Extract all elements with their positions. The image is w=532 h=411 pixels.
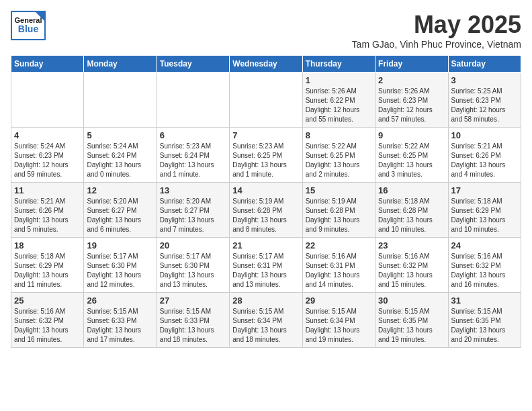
day-info: Sunrise: 5:18 AM Sunset: 6:29 PM Dayligh… [14, 252, 81, 289]
day-info: Sunrise: 5:21 AM Sunset: 6:26 PM Dayligh… [14, 197, 81, 234]
day-number: 6 [160, 130, 226, 140]
day-info: Sunrise: 5:23 AM Sunset: 6:25 PM Dayligh… [232, 142, 299, 179]
day-info: Sunrise: 5:16 AM Sunset: 6:32 PM Dayligh… [378, 252, 445, 289]
calendar-cell: 24Sunrise: 5:16 AM Sunset: 6:32 PM Dayli… [448, 238, 521, 293]
calendar-week-5: 25Sunrise: 5:16 AM Sunset: 6:32 PM Dayli… [11, 293, 521, 348]
calendar-week-3: 11Sunrise: 5:21 AM Sunset: 6:26 PM Dayli… [11, 183, 521, 238]
day-info: Sunrise: 5:24 AM Sunset: 6:24 PM Dayligh… [87, 142, 153, 179]
calendar-cell: 15Sunrise: 5:19 AM Sunset: 6:28 PM Dayli… [302, 183, 375, 238]
weekday-header-saturday: Saturday [448, 56, 521, 73]
day-number: 29 [306, 295, 372, 306]
day-info: Sunrise: 5:16 AM Sunset: 6:31 PM Dayligh… [306, 252, 372, 289]
day-info: Sunrise: 5:15 AM Sunset: 6:33 PM Dayligh… [87, 307, 153, 345]
calendar-cell: 7Sunrise: 5:23 AM Sunset: 6:25 PM Daylig… [230, 128, 302, 183]
calendar-cell: 27Sunrise: 5:15 AM Sunset: 6:33 PM Dayli… [157, 293, 229, 348]
weekday-header-wednesday: Wednesday [230, 56, 302, 73]
day-number: 17 [451, 185, 518, 195]
day-number: 30 [378, 295, 445, 306]
day-number: 12 [87, 185, 153, 195]
calendar-cell: 14Sunrise: 5:19 AM Sunset: 6:28 PM Dayli… [230, 183, 302, 238]
calendar-cell: 21Sunrise: 5:17 AM Sunset: 6:31 PM Dayli… [230, 238, 302, 293]
location: Tam GJao, Vinh Phuc Province, Vietnam [352, 39, 521, 50]
calendar-cell: 19Sunrise: 5:17 AM Sunset: 6:30 PM Dayli… [84, 238, 157, 293]
calendar-cell: 28Sunrise: 5:15 AM Sunset: 6:34 PM Dayli… [230, 293, 302, 348]
day-number: 27 [160, 295, 226, 306]
calendar-cell: 23Sunrise: 5:16 AM Sunset: 6:32 PM Dayli… [375, 238, 448, 293]
day-info: Sunrise: 5:16 AM Sunset: 6:32 PM Dayligh… [451, 252, 518, 289]
day-number: 8 [306, 130, 372, 140]
calendar-cell: 31Sunrise: 5:15 AM Sunset: 6:35 PM Dayli… [448, 293, 521, 348]
calendar-cell [11, 73, 84, 128]
day-info: Sunrise: 5:24 AM Sunset: 6:23 PM Dayligh… [14, 142, 81, 179]
day-number: 14 [232, 185, 299, 195]
calendar-cell: 9Sunrise: 5:22 AM Sunset: 6:25 PM Daylig… [375, 128, 448, 183]
calendar-cell: 6Sunrise: 5:23 AM Sunset: 6:24 PM Daylig… [157, 128, 229, 183]
day-number: 2 [378, 75, 445, 85]
day-number: 15 [306, 185, 372, 195]
page-header: General Blue May 2025 Tam GJao, Vinh Phu… [11, 11, 521, 50]
calendar-cell: 2Sunrise: 5:26 AM Sunset: 6:23 PM Daylig… [375, 73, 448, 128]
calendar-cell: 10Sunrise: 5:21 AM Sunset: 6:26 PM Dayli… [448, 128, 521, 183]
day-info: Sunrise: 5:17 AM Sunset: 6:30 PM Dayligh… [87, 252, 153, 289]
day-number: 20 [160, 240, 226, 250]
logo: General Blue [11, 11, 46, 40]
calendar-week-2: 4Sunrise: 5:24 AM Sunset: 6:23 PM Daylig… [11, 128, 521, 183]
day-number: 23 [378, 240, 445, 250]
logo-blue-text: Blue [18, 24, 38, 34]
calendar-cell: 4Sunrise: 5:24 AM Sunset: 6:23 PM Daylig… [11, 128, 84, 183]
weekday-header-monday: Monday [84, 56, 157, 73]
calendar-cell: 29Sunrise: 5:15 AM Sunset: 6:34 PM Dayli… [302, 293, 375, 348]
day-info: Sunrise: 5:15 AM Sunset: 6:33 PM Dayligh… [160, 307, 226, 345]
day-info: Sunrise: 5:20 AM Sunset: 6:27 PM Dayligh… [160, 197, 226, 234]
day-info: Sunrise: 5:17 AM Sunset: 6:31 PM Dayligh… [232, 252, 299, 289]
day-number: 24 [451, 240, 518, 250]
weekday-header-thursday: Thursday [302, 56, 375, 73]
calendar-cell: 17Sunrise: 5:18 AM Sunset: 6:29 PM Dayli… [448, 183, 521, 238]
day-number: 10 [451, 130, 518, 140]
day-info: Sunrise: 5:17 AM Sunset: 6:30 PM Dayligh… [160, 252, 226, 289]
day-info: Sunrise: 5:22 AM Sunset: 6:25 PM Dayligh… [306, 142, 372, 179]
title-block: May 2025 Tam GJao, Vinh Phuc Province, V… [352, 11, 521, 50]
day-info: Sunrise: 5:26 AM Sunset: 6:22 PM Dayligh… [306, 87, 372, 124]
day-info: Sunrise: 5:15 AM Sunset: 6:35 PM Dayligh… [451, 307, 518, 345]
day-info: Sunrise: 5:23 AM Sunset: 6:24 PM Dayligh… [160, 142, 226, 179]
calendar-cell: 5Sunrise: 5:24 AM Sunset: 6:24 PM Daylig… [84, 128, 157, 183]
weekday-header-tuesday: Tuesday [157, 56, 229, 73]
day-number: 28 [232, 295, 299, 306]
day-number: 22 [306, 240, 372, 250]
day-number: 5 [87, 130, 153, 140]
day-info: Sunrise: 5:19 AM Sunset: 6:28 PM Dayligh… [232, 197, 299, 234]
calendar-cell: 12Sunrise: 5:20 AM Sunset: 6:27 PM Dayli… [84, 183, 157, 238]
calendar-cell: 26Sunrise: 5:15 AM Sunset: 6:33 PM Dayli… [84, 293, 157, 348]
day-number: 4 [14, 130, 81, 140]
day-number: 11 [14, 185, 81, 195]
day-info: Sunrise: 5:18 AM Sunset: 6:28 PM Dayligh… [378, 197, 445, 234]
calendar-cell [84, 73, 157, 128]
calendar-cell: 11Sunrise: 5:21 AM Sunset: 6:26 PM Dayli… [11, 183, 84, 238]
day-number: 1 [306, 75, 372, 85]
day-info: Sunrise: 5:15 AM Sunset: 6:34 PM Dayligh… [306, 307, 372, 345]
day-info: Sunrise: 5:26 AM Sunset: 6:23 PM Dayligh… [378, 87, 445, 124]
day-info: Sunrise: 5:20 AM Sunset: 6:27 PM Dayligh… [87, 197, 153, 234]
day-info: Sunrise: 5:18 AM Sunset: 6:29 PM Dayligh… [451, 197, 518, 234]
calendar-cell: 1Sunrise: 5:26 AM Sunset: 6:22 PM Daylig… [302, 73, 375, 128]
day-info: Sunrise: 5:16 AM Sunset: 6:32 PM Dayligh… [14, 307, 81, 345]
day-number: 18 [14, 240, 81, 250]
calendar-cell [157, 73, 229, 128]
day-number: 9 [378, 130, 445, 140]
day-number: 19 [87, 240, 153, 250]
calendar-table: SundayMondayTuesdayWednesdayThursdayFrid… [11, 55, 521, 348]
calendar-week-4: 18Sunrise: 5:18 AM Sunset: 6:29 PM Dayli… [11, 238, 521, 293]
day-info: Sunrise: 5:22 AM Sunset: 6:25 PM Dayligh… [378, 142, 445, 179]
weekday-header-sunday: Sunday [11, 56, 84, 73]
day-info: Sunrise: 5:15 AM Sunset: 6:34 PM Dayligh… [232, 307, 299, 345]
day-number: 31 [451, 295, 518, 306]
day-number: 3 [451, 75, 518, 85]
calendar-cell: 25Sunrise: 5:16 AM Sunset: 6:32 PM Dayli… [11, 293, 84, 348]
calendar-header-row: SundayMondayTuesdayWednesdayThursdayFrid… [11, 56, 521, 73]
day-number: 25 [14, 295, 81, 306]
calendar-cell: 20Sunrise: 5:17 AM Sunset: 6:30 PM Dayli… [157, 238, 229, 293]
month-title: May 2025 [352, 11, 521, 39]
calendar-cell: 22Sunrise: 5:16 AM Sunset: 6:31 PM Dayli… [302, 238, 375, 293]
day-info: Sunrise: 5:19 AM Sunset: 6:28 PM Dayligh… [306, 197, 372, 234]
